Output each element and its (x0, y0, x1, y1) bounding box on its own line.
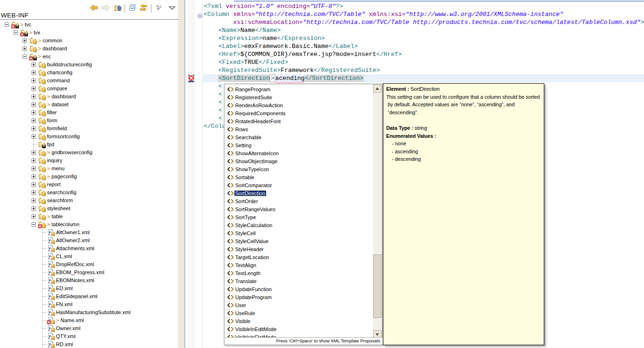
proposal-item-registeredsuite[interactable]: RegisteredSuite (225, 94, 374, 102)
tree-item-buildstructureconfig[interactable]: buildstructureconfig (0, 61, 178, 69)
panel-sash[interactable] (179, 0, 184, 348)
tree-item-attachments-xml[interactable]: yAttachments.xml (0, 245, 178, 253)
scroll-up-button[interactable] (373, 85, 382, 93)
tree-collapse-toggle[interactable] (23, 55, 27, 59)
tree-item-altowner1-xml[interactable]: yAltOwner1.xml (0, 229, 178, 237)
tree-item-hasmanufacturingsubstitute-xml[interactable]: yHasManufacturingSubstitute.xml (0, 308, 178, 316)
tree-item-chartconfig[interactable]: chartconfig (0, 69, 178, 77)
proposal-item-translate[interactable]: Translate (225, 277, 374, 285)
tree-item-pageconfig[interactable]: > pageconfig (0, 173, 178, 181)
tree-expand-toggle[interactable] (32, 95, 36, 99)
annotation-ruler[interactable] (188, 0, 195, 348)
tree-item-altowner2-xml[interactable]: yAltOwner2.xml (0, 237, 178, 245)
tree-item-report[interactable]: report (0, 181, 178, 189)
tree-expand-toggle[interactable] (32, 71, 36, 75)
tree-item-editsidepanel-xml[interactable]: yEditSidepanel.xml (0, 293, 178, 301)
tree-item-tablecolumn[interactable]: > tablecolumn (0, 221, 178, 229)
tree-item-searchconfig[interactable]: searchconfig (0, 189, 178, 197)
proposal-item-rows[interactable]: Rows (225, 126, 374, 134)
tree-item-formfield[interactable]: formfield (0, 125, 178, 133)
tree-item-fpd[interactable]: *fpd (0, 141, 178, 149)
tree-expand-toggle[interactable] (32, 166, 36, 171)
proposal-item-sortrangevalues[interactable]: SortRangeValues (225, 206, 374, 214)
tree-expand-toggle[interactable] (32, 214, 36, 219)
tree-item-gridbrowserconfig[interactable]: > gridbrowserconfig (0, 149, 178, 157)
tree-item-rd-xml[interactable]: yRD.xml (0, 340, 178, 348)
tree-expand-toggle[interactable] (32, 150, 36, 155)
tree-expand-toggle[interactable] (32, 174, 36, 179)
tree-expand-toggle[interactable] (23, 47, 27, 51)
proposal-item-updatefunction[interactable]: UpdateFunction (225, 285, 374, 293)
tree-item-owner-xml[interactable]: yOwner.xml (0, 324, 178, 332)
proposal-item-visible[interactable]: Visible (225, 317, 374, 325)
proposal-item-showobjectimage[interactable]: ShowObjectImage (225, 158, 374, 166)
proposal-item-sortorder[interactable]: SortOrder (225, 198, 374, 206)
tree-expand-toggle[interactable] (32, 63, 36, 67)
tree-expand-toggle[interactable] (32, 190, 36, 195)
proposal-item-sorttype[interactable]: SortType (225, 214, 374, 221)
tree-item-filter[interactable]: filter (0, 109, 178, 117)
tree-expand-toggle[interactable] (32, 79, 36, 83)
proposal-item-targetlocation[interactable]: TargetLocation (225, 253, 374, 261)
proposal-item-stylecalculation[interactable]: StyleCalculation (225, 221, 374, 229)
proposal-item-setting[interactable]: Setting (225, 142, 374, 150)
proposal-item-sortcomparator[interactable]: SortComparator (225, 182, 374, 190)
proposal-item-renderasrowaction[interactable]: RenderAsRowAction (225, 102, 374, 110)
tree-item-tvc[interactable]: *> tvc (0, 21, 178, 29)
proposal-item-visibleineditmode[interactable]: VisibleInEditMode (225, 325, 374, 333)
proposal-item-showalternateicon[interactable]: ShowAlternateIcon (225, 150, 374, 158)
proposal-item-requiredcomponents[interactable]: RequiredComponents (225, 110, 374, 118)
fold-collapse-icon[interactable] (197, 12, 203, 18)
tree-collapse-toggle[interactable] (14, 31, 18, 35)
proposal-item-user[interactable]: User (225, 301, 374, 309)
tree-item-droprefdoc-xml[interactable]: yDropRefDoc.xml (0, 261, 178, 269)
proposal-item-stylecell[interactable]: StyleCell (225, 229, 374, 237)
tree-expand-toggle[interactable] (32, 182, 36, 187)
scrollbar-thumb[interactable] (373, 254, 382, 318)
tree-item-name-xml[interactable]: y> Name.xml (0, 316, 178, 324)
tree-item-dashboard[interactable]: > dashboard (0, 93, 178, 101)
proposal-item-searchable[interactable]: Searchable (225, 134, 374, 142)
proposal-item-sortdirection[interactable]: SortDirection (225, 190, 374, 198)
tree-item-menu[interactable]: > menu (0, 165, 178, 173)
tree-item-ed-xml[interactable]: yED.xml (0, 285, 178, 293)
tree-collapse-toggle[interactable] (5, 23, 9, 27)
proposal-item-rotatedheaderfont[interactable]: RotatedHeaderFont (225, 118, 374, 126)
tree-expand-toggle[interactable] (32, 119, 36, 123)
tree-expand-toggle[interactable] (32, 111, 36, 115)
tree-item-fn-xml[interactable]: yFN.xml (0, 301, 178, 308)
tree-expand-toggle[interactable] (32, 127, 36, 131)
tree-collapse-toggle[interactable] (32, 222, 36, 227)
proposal-item-stylecellvalue[interactable]: StyleCellValue (225, 237, 374, 245)
proposal-item-updateprogram[interactable]: UpdateProgram (225, 293, 374, 301)
tree-item-enc[interactable]: *> enc (0, 53, 178, 61)
proposal-item-textalign[interactable]: TextAlign (225, 261, 374, 269)
tree-item-stylesheet[interactable]: stylesheet (0, 205, 178, 213)
tree-item-dashboard[interactable]: > dashboard (0, 45, 178, 53)
tree-item-tvx[interactable]: *> tvx (0, 29, 178, 37)
tree-item-common[interactable]: > common (0, 37, 178, 45)
tree-expand-toggle[interactable] (32, 198, 36, 203)
tree-item-formsortconfig[interactable]: formsortconfig (0, 133, 178, 141)
tree-item-ebom-progress-xml[interactable]: yEBOM_Progress.xml (0, 269, 178, 277)
error-annotation-icon[interactable] (188, 75, 194, 82)
tree-item-compare[interactable]: compare (0, 85, 178, 93)
tree-item-command[interactable]: command (0, 77, 178, 85)
proposal-item-textlength[interactable]: TextLength (225, 269, 374, 277)
tree-expand-toggle[interactable] (32, 87, 36, 91)
tree-expand-toggle[interactable] (23, 39, 27, 43)
tree-item-qty-xml[interactable]: yQTY.xml (0, 332, 178, 340)
tree-item-dataset[interactable]: > dataset (0, 101, 178, 109)
proposal-item-rangeprogram[interactable]: RangeProgram (225, 86, 374, 94)
proposal-item-userule[interactable]: UseRule (225, 309, 374, 317)
tree-item-form[interactable]: form (0, 117, 178, 125)
proposal-item-styleheader[interactable]: StyleHeader (225, 245, 374, 253)
tree-expand-toggle[interactable] (32, 158, 36, 163)
tree-item-inquiry[interactable]: inquiry (0, 157, 178, 165)
tree-expand-toggle[interactable] (32, 206, 36, 211)
tree-expand-toggle[interactable] (32, 103, 36, 107)
tree-item-table[interactable]: > table (0, 213, 178, 221)
tree-expand-toggle[interactable] (32, 134, 36, 139)
proposal-scrollbar[interactable] (373, 85, 382, 338)
proposal-item-showtypeicon[interactable]: ShowTypeIcon (225, 166, 374, 174)
